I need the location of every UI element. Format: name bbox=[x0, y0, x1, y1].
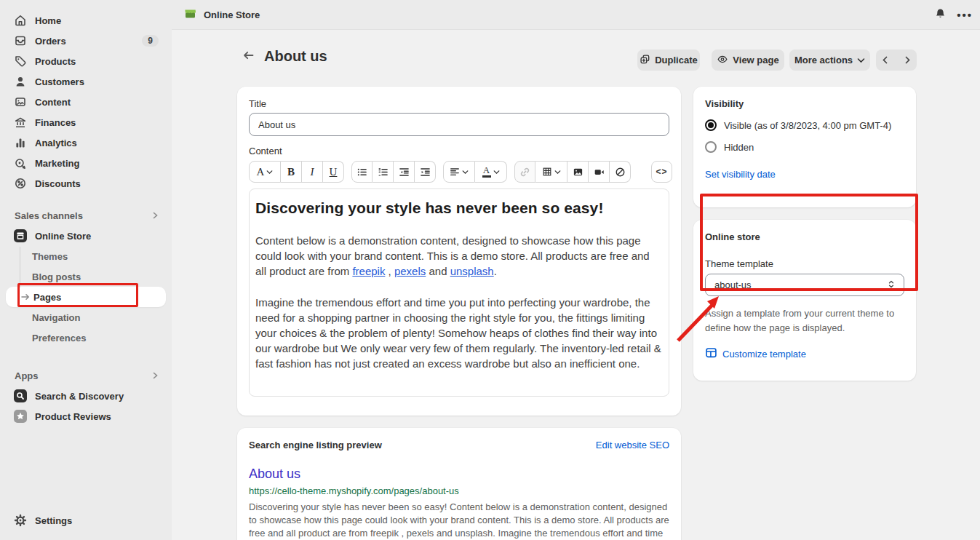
back-arrow-icon[interactable] bbox=[242, 49, 255, 65]
rich-text-content[interactable]: Discovering your style has never been so… bbox=[249, 188, 669, 397]
sidebar-item-label: Content bbox=[35, 97, 159, 108]
link-icon bbox=[519, 167, 530, 178]
sales-channels-header[interactable]: Sales channels bbox=[6, 205, 166, 226]
sidebar-item-customers[interactable]: Customers bbox=[6, 71, 166, 92]
bold-button[interactable]: B bbox=[281, 161, 302, 183]
content-heading: Discovering your style has never been so… bbox=[255, 199, 663, 217]
freepik-link[interactable]: freepik bbox=[352, 265, 385, 277]
sidebar-item-label: Finances bbox=[35, 117, 159, 128]
apps-header[interactable]: Apps bbox=[6, 365, 166, 386]
view-page-button[interactable]: View page bbox=[712, 49, 784, 71]
seo-result-url: https://cello-theme.myshopify.com/pages/… bbox=[249, 485, 669, 496]
indent-button[interactable] bbox=[415, 161, 436, 183]
next-page-button[interactable] bbox=[899, 49, 917, 71]
sidebar-item-search-discovery[interactable]: Search & Discovery bbox=[6, 386, 166, 406]
pexels-link[interactable]: pexels bbox=[394, 265, 426, 277]
sidebar-item-preferences[interactable]: Preferences bbox=[6, 327, 166, 348]
sidebar-item-label: Online Store bbox=[35, 231, 159, 242]
analytics-icon bbox=[13, 136, 28, 149]
rich-text-toolbar: A B I U A bbox=[249, 161, 669, 183]
customize-template-link[interactable]: Customize template bbox=[722, 349, 806, 360]
shop-logo-icon bbox=[183, 7, 197, 23]
sidebar-item-analytics[interactable]: Analytics bbox=[6, 132, 166, 153]
sidebar-item-label: Search & Discovery bbox=[35, 391, 159, 402]
sidebar-item-finances[interactable]: Finances bbox=[6, 112, 166, 132]
sidebar-item-themes[interactable]: Themes bbox=[6, 246, 166, 266]
radio-unselected-icon bbox=[705, 141, 717, 153]
sidebar-item-home[interactable]: Home bbox=[6, 10, 166, 31]
sidebar-item-blog-posts[interactable]: Blog posts bbox=[6, 266, 166, 287]
numbered-list-button[interactable] bbox=[373, 161, 394, 183]
online-store-card: Online store Theme template about-us Ass… bbox=[693, 220, 916, 381]
italic-button[interactable]: I bbox=[302, 161, 323, 183]
visibility-card-title: Visibility bbox=[705, 98, 904, 109]
notifications-bell-icon[interactable] bbox=[934, 7, 947, 23]
products-icon bbox=[13, 55, 28, 68]
template-icon bbox=[705, 346, 717, 362]
chevron-down-icon bbox=[462, 170, 469, 175]
insert-link-button[interactable] bbox=[514, 161, 535, 183]
text-style-button[interactable]: A bbox=[249, 161, 281, 183]
sidebar-item-label: Orders bbox=[35, 36, 135, 47]
video-icon bbox=[594, 167, 605, 178]
chevron-down-icon bbox=[857, 55, 865, 65]
set-visibility-date-link[interactable]: Set visibility date bbox=[705, 169, 776, 180]
chevron-right-icon bbox=[151, 370, 159, 381]
edit-website-seo-link[interactable]: Edit website SEO bbox=[596, 440, 669, 450]
outdent-button[interactable] bbox=[394, 161, 415, 183]
sidebar-item-navigation[interactable]: Navigation bbox=[6, 307, 166, 327]
chevron-down-icon bbox=[554, 170, 561, 175]
more-actions-button[interactable]: More actions bbox=[789, 49, 870, 71]
bullet-list-button[interactable] bbox=[351, 161, 373, 183]
text-color-icon: A bbox=[482, 166, 491, 178]
theme-template-select[interactable]: about-us bbox=[705, 274, 904, 296]
customize-template-row[interactable]: Customize template bbox=[705, 346, 904, 362]
outdent-icon bbox=[399, 167, 410, 178]
insert-image-button[interactable] bbox=[567, 161, 589, 183]
show-html-button[interactable]: <> bbox=[651, 161, 672, 183]
insert-table-button[interactable] bbox=[535, 161, 567, 183]
chevron-down-icon bbox=[493, 170, 500, 175]
sidebar-item-pages[interactable]: Pages bbox=[6, 287, 166, 307]
sidebar-item-label: Analytics bbox=[35, 138, 159, 148]
alignment-button[interactable] bbox=[443, 161, 475, 183]
sidebar-item-settings[interactable]: Settings bbox=[6, 510, 166, 531]
clear-formatting-button[interactable] bbox=[610, 161, 631, 183]
insert-video-button[interactable] bbox=[589, 161, 610, 183]
text-color-button[interactable]: A bbox=[475, 161, 507, 183]
previous-page-button[interactable] bbox=[876, 49, 894, 71]
discounts-icon bbox=[13, 177, 28, 190]
overflow-menu-icon[interactable]: ••• bbox=[957, 9, 973, 21]
seo-preview-card: Search engine listing preview Edit websi… bbox=[237, 428, 681, 540]
store-switcher[interactable]: Online Store bbox=[183, 7, 260, 23]
sidebar-item-content[interactable]: Content bbox=[6, 92, 166, 112]
theme-template-help-text: Assign a template from your current them… bbox=[705, 306, 904, 335]
unsplash-link[interactable]: unsplash bbox=[450, 265, 494, 277]
orders-icon bbox=[13, 34, 28, 47]
sidebar-item-label: Settings bbox=[35, 515, 159, 526]
hidden-radio-option[interactable]: Hidden bbox=[705, 141, 904, 153]
sidebar-item-online-store[interactable]: Online Store bbox=[6, 226, 166, 246]
visibility-card: Visibility Visible (as of 3/8/2023, 4:00… bbox=[693, 87, 916, 207]
underline-button[interactable]: U bbox=[323, 161, 344, 183]
content-icon bbox=[13, 95, 28, 108]
sidebar-item-marketing[interactable]: Marketing bbox=[6, 153, 166, 173]
table-icon bbox=[542, 167, 552, 177]
online-store-card-title: Online store bbox=[705, 231, 904, 242]
visible-radio-option[interactable]: Visible (as of 3/8/2023, 4:00 pm GMT-4) bbox=[705, 119, 904, 131]
no-symbol-icon bbox=[615, 167, 626, 178]
nav-tree-line bbox=[20, 247, 20, 287]
bullet-list-icon bbox=[356, 167, 367, 178]
title-input[interactable] bbox=[249, 113, 669, 136]
sidebar-item-orders[interactable]: Orders 9 bbox=[6, 31, 166, 51]
selector-updown-icon bbox=[886, 279, 896, 292]
sidebar-item-label: Discounts bbox=[35, 178, 159, 189]
sidebar-item-product-reviews[interactable]: Product Reviews bbox=[6, 406, 166, 426]
sidebar-item-products[interactable]: Products bbox=[6, 51, 166, 71]
duplicate-icon bbox=[640, 54, 650, 67]
search-discovery-icon bbox=[13, 389, 28, 402]
sidebar-item-discounts[interactable]: Discounts bbox=[6, 173, 166, 194]
duplicate-button[interactable]: Duplicate bbox=[637, 49, 700, 71]
seo-result-description: Discovering your style has never been so… bbox=[249, 501, 669, 540]
eye-icon bbox=[717, 54, 728, 67]
